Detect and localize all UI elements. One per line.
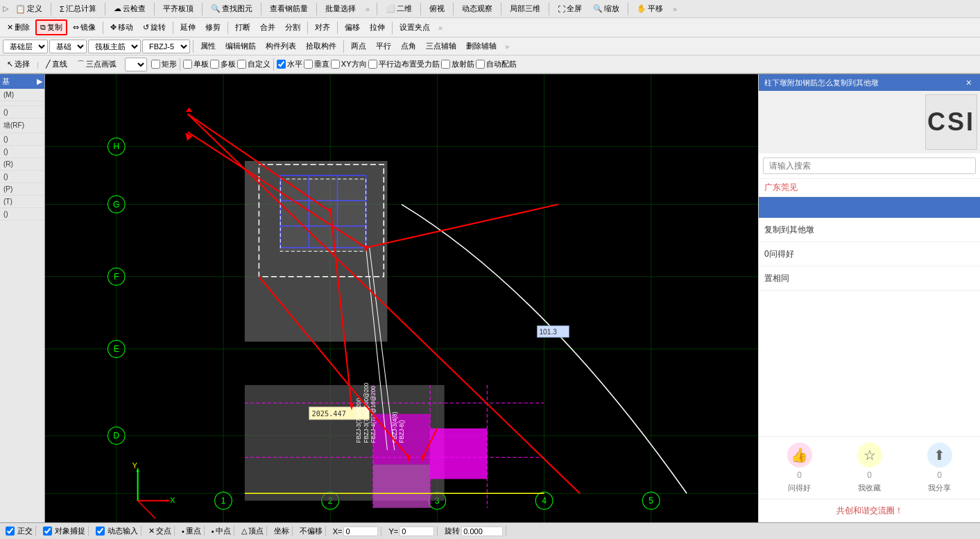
rect-checkbox[interactable] (151, 60, 160, 69)
action-btn-like[interactable]: 👍 0 问得好 (787, 443, 812, 493)
btn-three-point-axis[interactable]: 三点辅轴 (422, 39, 461, 53)
source-link[interactable]: 广东莞见 (759, 179, 980, 197)
check-rect[interactable]: 矩形 (151, 59, 177, 69)
btn-view-rebar[interactable]: 查看钢筋量 (266, 1, 312, 16)
btn-pick-comp[interactable]: 拾取构件 (302, 39, 341, 53)
custom-checkbox[interactable] (237, 60, 246, 69)
btn-edit-rebar[interactable]: 编辑钢筋 (221, 39, 260, 53)
btn-fullscreen[interactable]: ⛶ 全屏 (553, 1, 586, 16)
radial-checkbox[interactable] (441, 60, 450, 69)
btn-stretch[interactable]: 拉伸 (366, 20, 389, 35)
left-panel-item-10[interactable]: (T) (0, 196, 44, 208)
check-xy[interactable]: XY方向 (331, 59, 367, 69)
btn-align[interactable]: 对齐 (311, 20, 334, 35)
check-horizontal[interactable]: 水平 (277, 59, 302, 69)
left-panel-item-9[interactable]: (P) (0, 183, 44, 196)
btn-copy[interactable]: ⧉ 复制 (35, 19, 67, 35)
status-midpoint[interactable]: • 重点 (179, 526, 205, 536)
action-btn-share[interactable]: ⬆ 0 我分享 (927, 443, 952, 493)
left-panel-item-11[interactable]: () (0, 208, 44, 221)
btn-dynamic-observe[interactable]: 动态观察 (458, 1, 497, 16)
btn-delete[interactable]: ✕ 删除 (3, 20, 34, 35)
btn-move[interactable]: ✥ 移动 (106, 20, 137, 35)
btn-point-angle[interactable]: 点角 (397, 39, 420, 53)
btn-break[interactable]: 打断 (231, 20, 255, 35)
shape-dropdown[interactable] (125, 58, 147, 71)
vertical-checkbox[interactable] (304, 60, 313, 69)
btn-line-mode[interactable]: ╱ 直线 (42, 57, 71, 71)
btn-topview[interactable]: 俯视 (425, 1, 449, 16)
search-input[interactable] (763, 157, 976, 174)
btn-split[interactable]: 分割 (281, 20, 304, 35)
btn-batch-select[interactable]: 批量选择 (321, 1, 360, 16)
btn-attr[interactable]: 属性 (196, 39, 220, 53)
btn-summary[interactable]: Σ 汇总计算 (55, 1, 101, 16)
btn-parallel[interactable]: 平行 (372, 39, 395, 53)
btn-find-elem[interactable]: 🔍 查找图元 (207, 1, 257, 16)
status-vertex[interactable]: △ 顶点 (239, 526, 267, 536)
type-dropdown[interactable]: FBZJ-5 (142, 40, 190, 53)
btn-cloud-check[interactable]: ☁ 云检查 (110, 1, 150, 16)
parallel-edge-checkbox[interactable] (368, 60, 377, 69)
y-coord-input[interactable] (399, 527, 434, 536)
btn-delete-axis[interactable]: 删除辅轴 (462, 39, 501, 53)
check-radial[interactable]: 放射筋 (441, 59, 474, 69)
check-multi-board[interactable]: 多板 (210, 59, 236, 69)
rotation-input[interactable] (461, 527, 503, 536)
left-panel-item-3[interactable]: () (0, 106, 44, 119)
element-type-dropdown[interactable]: 筏板主筋 (88, 40, 141, 53)
cad-viewport[interactable]: H G F E D 1 2 (45, 74, 758, 522)
btn-extend[interactable]: 延伸 (176, 20, 200, 35)
action-btn-collect[interactable]: ☆ 0 我收藏 (857, 443, 882, 493)
auto-rebar-checkbox[interactable] (476, 60, 485, 69)
status-intersection[interactable]: ✕ 交点 (146, 526, 175, 536)
left-panel-item-4[interactable]: 墙(RF) (0, 119, 44, 133)
left-panel-item-2[interactable] (0, 101, 44, 106)
left-panel-item-5[interactable]: () (0, 133, 44, 146)
btn-merge[interactable]: 合并 (256, 20, 280, 35)
left-panel-header[interactable]: 基 ▶ (0, 74, 44, 89)
btn-arc-mode[interactable]: ⌒ 三点画弧 (73, 57, 121, 71)
check-auto-rebar[interactable]: 自动配筋 (476, 59, 517, 69)
btn-define[interactable]: 📋 定义 (11, 1, 46, 16)
check-single-board[interactable]: 单板 (183, 59, 209, 69)
btn-select-mode[interactable]: ↖ 选择 (3, 57, 34, 71)
btn-set-grip[interactable]: 设置夹点 (395, 20, 434, 35)
btn-two-points[interactable]: 两点 (347, 39, 370, 53)
status-no-offset[interactable]: 不偏移 (297, 526, 326, 536)
multi-board-checkbox[interactable] (210, 60, 219, 69)
dynamic-input-checkbox[interactable] (96, 527, 105, 536)
btn-mirror[interactable]: ⇔ 镜像 (69, 20, 100, 35)
status-coord[interactable]: 坐标 (271, 526, 293, 536)
btn-align-top[interactable]: 平齐板顶 (159, 1, 198, 16)
left-panel-item-1[interactable]: (M) (0, 89, 44, 101)
btn-rotate[interactable]: ↺ 旋转 (139, 20, 170, 35)
x-coord-input[interactable] (343, 527, 378, 536)
single-board-checkbox[interactable] (183, 60, 192, 69)
btn-comp-list[interactable]: 构件列表 (261, 39, 300, 53)
left-panel-item-6[interactable]: () (0, 146, 44, 158)
btn-pan[interactable]: ✋ 平移 (633, 1, 667, 16)
check-vertical[interactable]: 垂直 (304, 59, 329, 69)
snap-checkbox[interactable] (43, 527, 52, 536)
btn-trim[interactable]: 修剪 (201, 20, 225, 35)
action-row: 👍 0 问得好 ☆ 0 我收藏 ⬆ 0 我分享 (759, 436, 980, 499)
btn-zoom[interactable]: 🔍 缩放 (589, 1, 624, 16)
check-custom[interactable]: 自定义 (237, 59, 270, 69)
btn-local-3d[interactable]: 局部三维 (506, 1, 544, 16)
btn-offset[interactable]: 偏移 (341, 20, 364, 35)
status-center[interactable]: • 中点 (209, 526, 234, 536)
check-parallel-edge[interactable]: 平行边布置受力筋 (368, 59, 440, 69)
status-snap[interactable]: 对象捕捉 (40, 526, 89, 536)
status-dynamic-input[interactable]: 动态输入 (93, 526, 141, 536)
ortho-checkbox[interactable] (6, 527, 15, 536)
horizontal-checkbox[interactable] (277, 60, 286, 69)
sidebar-close-btn[interactable]: × (963, 77, 974, 88)
left-panel-item-7[interactable]: (R) (0, 158, 44, 171)
sublayer-dropdown[interactable]: 基础 (49, 40, 87, 53)
btn-2d[interactable]: ⬜ 二维 (381, 1, 416, 16)
layer-dropdown[interactable]: 基础层 (3, 40, 48, 53)
status-ortho[interactable]: 正交 (3, 526, 36, 536)
left-panel-item-8[interactable]: () (0, 171, 44, 183)
xy-checkbox[interactable] (331, 60, 340, 69)
